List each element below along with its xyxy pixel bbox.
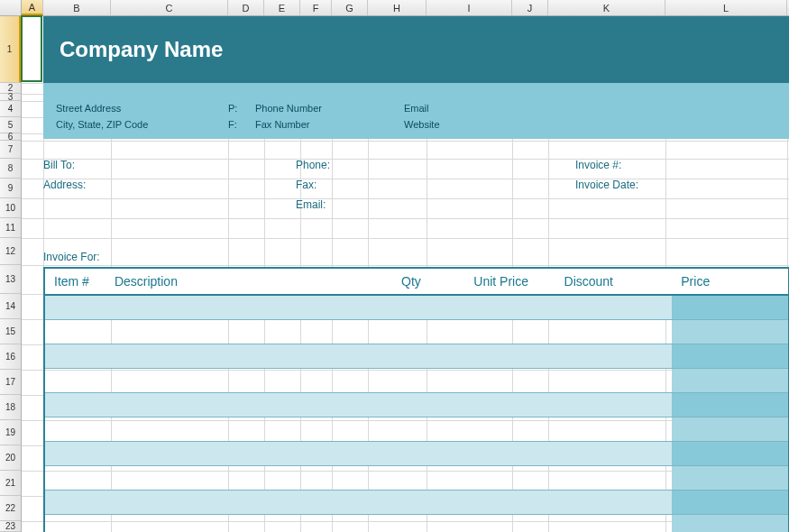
phone-label[interactable]: Phone: — [296, 159, 330, 171]
cell-qty[interactable] — [375, 319, 447, 344]
row-header-10[interactable]: 10 — [0, 198, 21, 218]
row-header-16[interactable]: 16 — [0, 344, 21, 370]
cell-unit_price[interactable] — [447, 295, 555, 319]
active-cell[interactable] — [21, 15, 42, 82]
cell-unit_price[interactable] — [447, 417, 555, 441]
col-header-A[interactable]: A — [22, 0, 43, 15]
cell-discount[interactable] — [555, 465, 673, 490]
cell-item[interactable] — [44, 344, 106, 368]
cell-item[interactable] — [44, 514, 106, 532]
cell-price[interactable] — [672, 344, 789, 368]
fax-label[interactable]: Fax: — [296, 179, 317, 191]
cell-description[interactable] — [106, 392, 375, 417]
cell-description[interactable] — [106, 465, 375, 490]
cell-unit_price[interactable] — [447, 344, 555, 368]
cell-qty[interactable] — [375, 465, 447, 490]
col-header-B[interactable]: B — [43, 0, 111, 15]
cell-price[interactable] — [672, 514, 789, 532]
col-header-I[interactable]: I — [427, 0, 512, 15]
cell-unit_price[interactable] — [447, 465, 555, 490]
cell-discount[interactable] — [555, 490, 673, 514]
row-header-15[interactable]: 15 — [0, 319, 21, 344]
col-header-F[interactable]: F — [300, 0, 332, 15]
cell-item[interactable] — [44, 295, 106, 319]
cell-qty[interactable] — [375, 514, 447, 532]
cell-price[interactable] — [672, 465, 789, 490]
cell-unit_price[interactable] — [447, 392, 555, 417]
cell-qty[interactable] — [375, 295, 447, 319]
company-email[interactable]: Email — [404, 103, 429, 114]
cell-unit_price[interactable] — [447, 368, 555, 392]
row-header-3[interactable]: 3 — [0, 94, 21, 101]
cell-discount[interactable] — [555, 295, 673, 319]
invoice-for-label[interactable]: Invoice For: — [43, 251, 100, 263]
cell-qty[interactable] — [375, 392, 447, 417]
cell-price[interactable] — [672, 417, 789, 441]
row-header-22[interactable]: 22 — [0, 496, 21, 521]
row-header-4[interactable]: 4 — [0, 101, 21, 117]
bill-to-label[interactable]: Bill To: — [43, 159, 75, 171]
cell-discount[interactable] — [555, 392, 673, 417]
cell-price[interactable] — [672, 441, 789, 465]
cell-description[interactable] — [106, 368, 375, 392]
cell-item[interactable] — [44, 465, 106, 490]
col-header-D[interactable]: D — [228, 0, 264, 15]
header-qty[interactable]: Qty — [375, 268, 447, 295]
cell-description[interactable] — [106, 295, 375, 319]
cell-price[interactable] — [672, 490, 789, 514]
header-price[interactable]: Price — [672, 268, 789, 295]
cell-description[interactable] — [106, 441, 375, 465]
street-address[interactable]: Street Address — [56, 103, 121, 114]
cell-discount[interactable] — [555, 368, 673, 392]
cell-unit_price[interactable] — [447, 490, 555, 514]
cell-price[interactable] — [672, 319, 789, 344]
row-header-18[interactable]: 18 — [0, 395, 21, 420]
cell-item[interactable] — [44, 417, 106, 441]
invoice-date-label[interactable]: Invoice Date: — [575, 179, 638, 191]
cell-qty[interactable] — [375, 344, 447, 368]
cell-description[interactable] — [106, 514, 375, 532]
cell-discount[interactable] — [555, 417, 673, 441]
cell-qty[interactable] — [375, 490, 447, 514]
header-item[interactable]: Item # — [44, 268, 106, 295]
col-header-C[interactable]: C — [111, 0, 228, 15]
cell-price[interactable] — [672, 295, 789, 319]
row-header-9[interactable]: 9 — [0, 179, 21, 198]
cell-description[interactable] — [106, 344, 375, 368]
row-header-20[interactable]: 20 — [0, 445, 21, 471]
cell-price[interactable] — [672, 392, 789, 417]
row-header-13[interactable]: 13 — [0, 265, 21, 294]
col-header-K[interactable]: K — [548, 0, 665, 15]
company-banner[interactable]: Company Name — [43, 16, 789, 83]
cell-discount[interactable] — [555, 514, 673, 532]
row-header-7[interactable]: 7 — [0, 141, 21, 159]
row-header-11[interactable]: 11 — [0, 218, 21, 238]
row-header-17[interactable]: 17 — [0, 370, 21, 395]
invoice-number-label[interactable]: Invoice #: — [575, 159, 621, 171]
header-discount[interactable]: Discount — [555, 268, 673, 295]
cell-qty[interactable] — [375, 417, 447, 441]
cell-unit_price[interactable] — [447, 514, 555, 532]
header-unit-price[interactable]: Unit Price — [447, 268, 555, 295]
cell-item[interactable] — [44, 319, 106, 344]
col-header-H[interactable]: H — [368, 0, 427, 15]
company-website[interactable]: Website — [404, 119, 440, 130]
cell-discount[interactable] — [555, 319, 673, 344]
row-header-14[interactable]: 14 — [0, 294, 21, 319]
cell-item[interactable] — [44, 392, 106, 417]
cell-item[interactable] — [44, 441, 106, 465]
col-header-G[interactable]: G — [332, 0, 368, 15]
col-header-J[interactable]: J — [512, 0, 548, 15]
row-header-21[interactable]: 21 — [0, 471, 21, 496]
row-header-19[interactable]: 19 — [0, 420, 21, 445]
col-header-E[interactable]: E — [264, 0, 300, 15]
select-all-corner[interactable] — [0, 0, 22, 16]
phone-number[interactable]: Phone Number — [255, 103, 322, 114]
cell-description[interactable] — [106, 417, 375, 441]
email-label[interactable]: Email: — [296, 198, 326, 211]
address-label[interactable]: Address: — [43, 179, 86, 191]
row-header-6[interactable]: 6 — [0, 133, 21, 141]
cell-description[interactable] — [106, 490, 375, 514]
cell-description[interactable] — [106, 319, 375, 344]
cell-unit_price[interactable] — [447, 319, 555, 344]
